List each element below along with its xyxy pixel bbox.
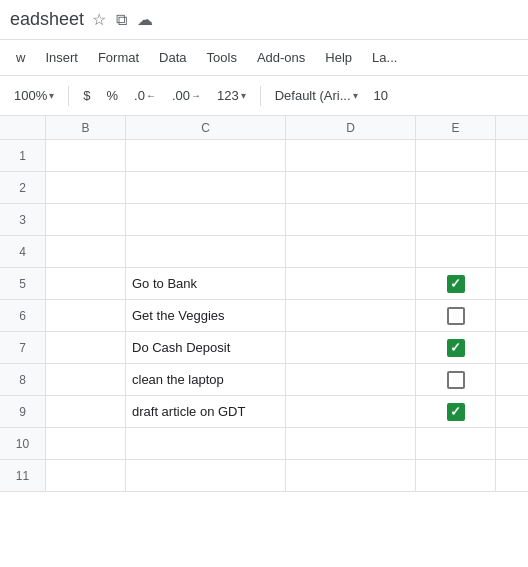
cell-b-1[interactable]: [46, 140, 126, 171]
cell-c-5[interactable]: Go to Bank: [126, 268, 286, 299]
number-format-dropdown[interactable]: 123 ▾: [211, 85, 252, 106]
table-row: 7Do Cash Deposit✓: [0, 332, 528, 364]
cell-d-1[interactable]: [286, 140, 416, 171]
table-row: 9draft article on GDT✓: [0, 396, 528, 428]
decimal-less-button[interactable]: .0 ←: [128, 84, 162, 107]
cell-c-9[interactable]: draft article on GDT: [126, 396, 286, 427]
cell-e-9[interactable]: ✓: [416, 396, 496, 427]
cell-e-11[interactable]: [416, 460, 496, 491]
menu-item-insert[interactable]: Insert: [35, 46, 88, 69]
cloud-icon[interactable]: ☁: [137, 10, 153, 29]
decimal-more-arrow: →: [191, 90, 201, 101]
cell-c-10[interactable]: [126, 428, 286, 459]
cell-c-8[interactable]: clean the laptop: [126, 364, 286, 395]
font-size-btn[interactable]: 10: [368, 84, 394, 107]
cell-d-4[interactable]: [286, 236, 416, 267]
cell-e-4[interactable]: [416, 236, 496, 267]
zoom-dropdown[interactable]: 100% ▾: [8, 85, 60, 106]
cell-d-11[interactable]: [286, 460, 416, 491]
menu-item-addons[interactable]: Add-ons: [247, 46, 315, 69]
row-number: 2: [0, 172, 46, 203]
folder-icon[interactable]: ⧉: [116, 11, 127, 29]
cell-e-10[interactable]: [416, 428, 496, 459]
percent-button[interactable]: %: [100, 84, 124, 107]
cell-d-9[interactable]: [286, 396, 416, 427]
menu-item-data[interactable]: Data: [149, 46, 196, 69]
cell-d-6[interactable]: [286, 300, 416, 331]
cell-c-3[interactable]: [126, 204, 286, 235]
cell-e-1[interactable]: [416, 140, 496, 171]
row-number: 3: [0, 204, 46, 235]
checkmark-icon: ✓: [450, 277, 461, 290]
menu-item-format[interactable]: Format: [88, 46, 149, 69]
cell-e-7[interactable]: ✓: [416, 332, 496, 363]
decimal-more-button[interactable]: .00 →: [166, 84, 207, 107]
row-number: 10: [0, 428, 46, 459]
cell-d-3[interactable]: [286, 204, 416, 235]
row-number: 7: [0, 332, 46, 363]
cell-b-4[interactable]: [46, 236, 126, 267]
cell-b-10[interactable]: [46, 428, 126, 459]
cell-b-2[interactable]: [46, 172, 126, 203]
zoom-dropdown-arrow: ▾: [49, 90, 54, 101]
menu-bar: w Insert Format Data Tools Add-ons Help …: [0, 40, 528, 76]
cell-c-2[interactable]: [126, 172, 286, 203]
row-number: 1: [0, 140, 46, 171]
col-header-b[interactable]: B: [46, 116, 126, 139]
table-row: 5Go to Bank✓: [0, 268, 528, 300]
row-number: 8: [0, 364, 46, 395]
cell-c-7[interactable]: Do Cash Deposit: [126, 332, 286, 363]
cell-c-11[interactable]: [126, 460, 286, 491]
cell-e-3[interactable]: [416, 204, 496, 235]
decimal-less-arrow: ←: [146, 90, 156, 101]
cell-e-2[interactable]: [416, 172, 496, 203]
menu-item-view[interactable]: w: [6, 46, 35, 69]
spreadsheet-title: eadsheet: [10, 9, 84, 30]
cell-b-5[interactable]: [46, 268, 126, 299]
title-bar: eadsheet ☆ ⧉ ☁: [0, 0, 528, 40]
currency-button[interactable]: $: [77, 84, 96, 107]
col-header-c[interactable]: C: [126, 116, 286, 139]
font-dropdown[interactable]: Default (Ari... ▾: [269, 85, 364, 106]
cell-d-5[interactable]: [286, 268, 416, 299]
cell-d-7[interactable]: [286, 332, 416, 363]
cell-c-4[interactable]: [126, 236, 286, 267]
title-icons: ☆ ⧉ ☁: [92, 10, 153, 29]
menu-item-help[interactable]: Help: [315, 46, 362, 69]
checkbox-checked[interactable]: ✓: [447, 403, 465, 421]
cell-b-7[interactable]: [46, 332, 126, 363]
table-row: 10: [0, 428, 528, 460]
cell-e-6[interactable]: [416, 300, 496, 331]
menu-item-more[interactable]: La...: [362, 46, 407, 69]
cell-c-6[interactable]: Get the Veggies: [126, 300, 286, 331]
cell-e-8[interactable]: [416, 364, 496, 395]
row-number: 5: [0, 268, 46, 299]
checkbox-checked[interactable]: ✓: [447, 275, 465, 293]
cell-b-8[interactable]: [46, 364, 126, 395]
cell-c-1[interactable]: [126, 140, 286, 171]
font-dropdown-arrow: ▾: [353, 90, 358, 101]
table-row: 1: [0, 140, 528, 172]
cell-d-10[interactable]: [286, 428, 416, 459]
cell-d-8[interactable]: [286, 364, 416, 395]
cell-b-9[interactable]: [46, 396, 126, 427]
cell-e-5[interactable]: ✓: [416, 268, 496, 299]
cell-b-11[interactable]: [46, 460, 126, 491]
checkbox-unchecked[interactable]: [447, 307, 465, 325]
col-header-e[interactable]: E: [416, 116, 496, 139]
star-icon[interactable]: ☆: [92, 10, 106, 29]
table-row: 6Get the Veggies: [0, 300, 528, 332]
row-number: 11: [0, 460, 46, 491]
cell-b-6[interactable]: [46, 300, 126, 331]
cell-d-2[interactable]: [286, 172, 416, 203]
checkmark-icon: ✓: [450, 341, 461, 354]
spreadsheet-grid: 12345Go to Bank✓6Get the Veggies7Do Cash…: [0, 140, 528, 492]
cell-b-3[interactable]: [46, 204, 126, 235]
toolbar-separator-1: [68, 86, 69, 106]
toolbar-separator-2: [260, 86, 261, 106]
col-header-d[interactable]: D: [286, 116, 416, 139]
menu-item-tools[interactable]: Tools: [197, 46, 247, 69]
checkbox-checked[interactable]: ✓: [447, 339, 465, 357]
checkbox-unchecked[interactable]: [447, 371, 465, 389]
zoom-value: 100%: [14, 88, 47, 103]
